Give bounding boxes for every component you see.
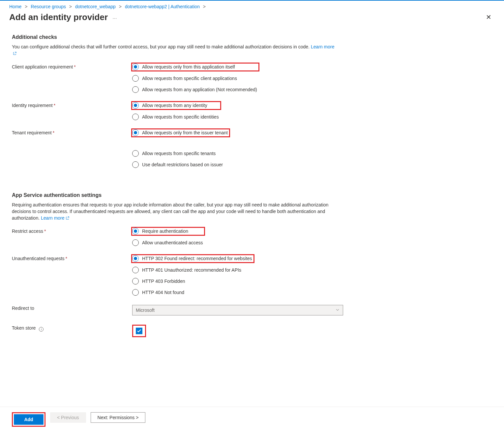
radio-restrict-require[interactable]: Require authentication [132, 228, 188, 234]
field-label: Unauthenticated requests* [12, 255, 132, 261]
radio-label: HTTP 404 Not found [142, 290, 184, 295]
radio-label: HTTP 403 Forbidden [142, 279, 185, 284]
dropdown-redirect-to[interactable]: Microsoft [132, 305, 343, 315]
field-label: Client application requirement* [12, 64, 132, 69]
close-icon[interactable]: ✕ [483, 12, 495, 22]
external-link-icon [13, 50, 16, 54]
radio-icon [132, 150, 139, 157]
breadcrumb-link-auth[interactable]: dotnetcore-webapp2 | Authentication [125, 4, 200, 9]
radio-icon [132, 75, 139, 82]
label-text: Token store [12, 325, 36, 331]
radio-icon [132, 64, 139, 70]
radio-unauth-302[interactable]: HTTP 302 Found redirect: recommended for… [132, 255, 252, 262]
page-title: Add an identity provider [9, 12, 108, 22]
label-text: Identity requirement [12, 103, 53, 108]
label-text: Restrict access [12, 229, 43, 234]
field-label: Restrict access* [12, 228, 132, 234]
radio-tenant-issuer[interactable]: Allow requests only from the issuer tena… [132, 129, 228, 136]
radio-icon [132, 278, 139, 284]
highlight-box: Allow requests only from this applicatio… [131, 63, 259, 71]
highlight-box [132, 325, 146, 337]
radio-label: Allow requests only from this applicatio… [142, 64, 235, 69]
learn-more-label: Learn more [311, 44, 335, 49]
field-identity-requirement: Identity requirement* Allow requests fro… [12, 102, 351, 120]
page-header: Add an identity provider … ✕ [0, 12, 504, 28]
checkbox-token-store[interactable] [136, 328, 142, 334]
dropdown-value: Microsoft [136, 308, 155, 313]
radio-tenant-default[interactable]: Use default restrictions based on issuer [132, 161, 228, 168]
required-marker: * [44, 229, 46, 234]
info-icon[interactable]: i [39, 327, 44, 332]
chevron-down-icon [336, 308, 340, 313]
radio-group-client-app: Allow requests only from this applicatio… [132, 64, 257, 93]
radio-icon [132, 86, 139, 93]
field-restrict-access: Restrict access* Require authentication … [12, 228, 351, 246]
label-text: Unauthenticated requests [12, 256, 65, 261]
learn-more-label: Learn more [41, 215, 65, 221]
radio-label: Allow requests from specific client appl… [142, 76, 237, 81]
footer-actions: Add < Previous Next: Permissions > [0, 407, 504, 432]
radio-unauth-404[interactable]: HTTP 404 Not found [132, 289, 252, 296]
radio-icon [132, 114, 139, 120]
highlight-box: HTTP 302 Found redirect: recommended for… [131, 254, 254, 263]
radio-icon [132, 267, 139, 273]
learn-more-link[interactable]: Learn more [41, 215, 69, 221]
required-marker: * [54, 103, 55, 108]
radio-unauth-403[interactable]: HTTP 403 Forbidden [132, 278, 252, 284]
desc-text: You can configure additional checks that… [12, 44, 311, 49]
highlight-box: Add [12, 412, 45, 427]
field-client-app-requirement: Client application requirement* Allow re… [12, 64, 351, 93]
required-marker: * [66, 256, 67, 261]
radio-label: HTTP 401 Unauthorized: recommended for A… [142, 267, 241, 273]
breadcrumb-link-webapp[interactable]: dotnetcore_webapp [75, 4, 116, 9]
radio-icon [132, 289, 139, 296]
external-link-icon [66, 215, 69, 219]
radio-unauth-401[interactable]: HTTP 401 Unauthorized: recommended for A… [132, 267, 252, 273]
radio-icon [132, 239, 139, 246]
next-permissions-button[interactable]: Next: Permissions > [91, 412, 146, 423]
add-button[interactable]: Add [14, 414, 44, 425]
field-tenant-requirement: Tenant requirement* Allow requests only … [12, 129, 351, 168]
section-app-service-auth-desc: Requiring authentication ensures that re… [12, 202, 338, 222]
chevron-right-icon: > [119, 4, 122, 9]
radio-restrict-allow[interactable]: Allow unauthenticated access [132, 239, 203, 246]
radio-group-unauth: HTTP 302 Found redirect: recommended for… [132, 255, 252, 296]
radio-label: Use default restrictions based on issuer [142, 162, 223, 167]
section-additional-checks-title: Additional checks [12, 34, 351, 40]
radio-icon [132, 255, 139, 262]
required-marker: * [53, 130, 54, 135]
radio-group-restrict: Require authentication Allow unauthentic… [132, 228, 203, 246]
radio-client-specific[interactable]: Allow requests from specific client appl… [132, 75, 257, 82]
field-label: Redirect to [12, 305, 132, 311]
radio-client-any[interactable]: Allow requests from any application (Not… [132, 86, 257, 93]
content: Additional checks You can configure addi… [0, 28, 363, 383]
breadcrumb-link-resource-groups[interactable]: Resource groups [31, 4, 66, 9]
section-app-service-auth-title: App Service authentication settings [12, 192, 351, 198]
radio-group-tenant: Allow requests only from the issuer tena… [132, 129, 228, 168]
radio-label: Require authentication [142, 229, 188, 234]
chevron-right-icon: > [25, 4, 27, 9]
radio-label: HTTP 302 Found redirect: recommended for… [142, 256, 252, 261]
label-text: Redirect to [12, 306, 34, 311]
field-token-store: Token store i [12, 325, 351, 337]
breadcrumb-link-home[interactable]: Home [9, 4, 21, 9]
label-text: Tenant requirement [12, 130, 52, 135]
section-additional-checks-desc: You can configure additional checks that… [12, 43, 338, 57]
radio-client-self[interactable]: Allow requests only from this applicatio… [132, 64, 235, 70]
highlight-box: Require authentication [131, 227, 205, 236]
chevron-right-icon: > [69, 4, 72, 9]
more-icon[interactable]: … [112, 14, 117, 20]
highlight-box: Allow requests only from the issuer tena… [131, 128, 230, 137]
radio-identity-any[interactable]: Allow requests from any identity [132, 102, 207, 109]
field-label: Identity requirement* [12, 102, 132, 108]
radio-tenant-specific[interactable]: Allow requests from specific tenants [132, 150, 228, 157]
breadcrumb: Home > Resource groups > dotnetcore_weba… [0, 1, 504, 12]
radio-label: Allow requests from any identity [142, 103, 207, 108]
previous-button[interactable]: < Previous [50, 412, 86, 423]
radio-label: Allow requests from specific tenants [142, 151, 216, 156]
field-unauth-requests: Unauthenticated requests* HTTP 302 Found… [12, 255, 351, 296]
radio-identity-specific[interactable]: Allow requests from specific identities [132, 114, 219, 120]
required-marker: * [74, 64, 75, 69]
field-label: Tenant requirement* [12, 129, 132, 135]
field-label: Token store i [12, 325, 132, 332]
